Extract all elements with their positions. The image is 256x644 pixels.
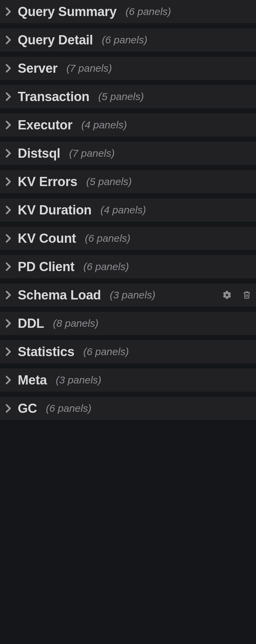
- row-header[interactable]: KV Errors (5 panels): [0, 170, 256, 193]
- gear-icon[interactable]: [221, 289, 233, 301]
- row-title: GC: [18, 401, 37, 416]
- row-title: KV Duration: [18, 203, 91, 218]
- panel-count: (4 panels): [100, 204, 146, 216]
- chevron-right-icon: [4, 149, 13, 158]
- panel-count: (6 panels): [126, 6, 171, 17]
- row-header[interactable]: Schema Load (3 panels): [0, 283, 256, 307]
- row-title: PD Client: [18, 260, 74, 274]
- panel-count: (6 panels): [102, 34, 147, 46]
- row-header[interactable]: Executor (4 panels): [0, 113, 256, 137]
- row-header[interactable]: DDL (8 panels): [0, 312, 256, 335]
- row-title: Query Summary: [18, 4, 117, 19]
- row-title: Distsql: [18, 146, 60, 161]
- chevron-right-icon: [4, 64, 13, 73]
- row-title: KV Count: [18, 231, 76, 246]
- trash-icon[interactable]: [241, 289, 253, 301]
- row-title: Query Detail: [18, 33, 93, 47]
- chevron-right-icon: [4, 177, 13, 186]
- panel-count: (3 panels): [110, 289, 155, 301]
- panel-count: (3 panels): [56, 374, 101, 386]
- chevron-right-icon: [4, 92, 13, 101]
- row-title: Executor: [18, 118, 72, 132]
- row-title: Server: [18, 61, 58, 76]
- panel-count: (6 panels): [83, 346, 129, 358]
- chevron-right-icon: [4, 347, 13, 356]
- panel-count: (6 panels): [85, 233, 130, 244]
- chevron-right-icon: [4, 206, 13, 214]
- row-header[interactable]: Query Summary (6 panels): [0, 0, 256, 23]
- chevron-right-icon: [4, 262, 13, 271]
- panel-count: (7 panels): [69, 148, 115, 159]
- panel-count: (7 panels): [67, 62, 112, 74]
- chevron-right-icon: [4, 121, 13, 129]
- row-header[interactable]: Query Detail (6 panels): [0, 28, 256, 52]
- row-header[interactable]: Server (7 panels): [0, 57, 256, 80]
- row-header[interactable]: Meta (3 panels): [0, 368, 256, 392]
- panel-count: (6 panels): [83, 261, 129, 272]
- chevron-right-icon: [4, 404, 13, 413]
- row-title: Meta: [18, 373, 47, 388]
- chevron-right-icon: [4, 376, 13, 384]
- panel-count: (4 panels): [81, 119, 127, 131]
- chevron-right-icon: [4, 234, 13, 243]
- row-header[interactable]: KV Count (6 panels): [0, 227, 256, 250]
- row-title: Schema Load: [18, 288, 101, 303]
- row-title: DDL: [18, 316, 44, 331]
- row-header[interactable]: GC (6 panels): [0, 397, 256, 420]
- row-header[interactable]: Distsql (7 panels): [0, 142, 256, 165]
- chevron-right-icon: [4, 36, 13, 44]
- panel-count: (8 panels): [53, 318, 98, 329]
- chevron-right-icon: [4, 319, 13, 328]
- panel-count: (5 panels): [86, 176, 132, 187]
- row-header[interactable]: KV Duration (4 panels): [0, 198, 256, 222]
- panel-count: (5 panels): [98, 91, 144, 102]
- chevron-right-icon: [4, 291, 13, 299]
- row-header[interactable]: Statistics (6 panels): [0, 340, 256, 363]
- row-header[interactable]: Transaction (5 panels): [0, 85, 256, 108]
- collapsed-rows: Query Summary (6 panels) Query Detail (6…: [0, 0, 256, 420]
- row-title: Statistics: [18, 345, 74, 359]
- panel-count: (6 panels): [46, 403, 91, 414]
- row-header[interactable]: PD Client (6 panels): [0, 255, 256, 278]
- row-title: Transaction: [18, 89, 89, 104]
- chevron-right-icon: [4, 7, 13, 16]
- row-title: KV Errors: [18, 174, 77, 189]
